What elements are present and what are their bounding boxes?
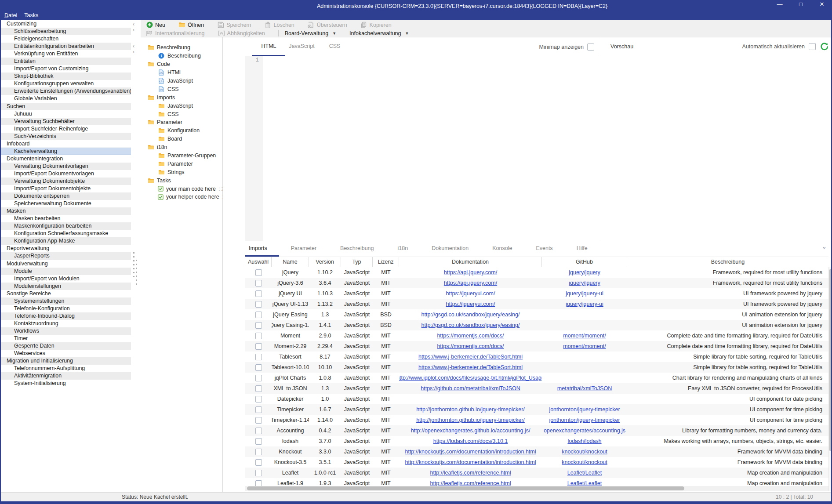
tree-item-strings[interactable]: Strings: [141, 168, 222, 176]
tree-item-parameter[interactable]: Parameter: [141, 118, 222, 127]
sidebar-item-import-export-von-customizing[interactable]: Import/Export von Customizing: [1, 65, 131, 73]
sidebar-item-verwaltung-dokumentobjekte[interactable]: Verwaltung Dokumentobjekte: [1, 178, 131, 185]
tree-item-css[interactable]: </>CSS: [141, 85, 222, 93]
code-editor[interactable]: 1: [223, 56, 598, 241]
row-checkbox[interactable]: [255, 449, 262, 455]
sidebar-item-module[interactable]: Module: [1, 268, 131, 275]
sidebar-item-erweiterte-einstellungen-anwendungsvariablen-[interactable]: Erweiterte Einstellungen (Anwendungsvari…: [1, 87, 131, 95]
sidebar-item-moduleinstellungen[interactable]: Moduleinstellungen: [1, 283, 131, 290]
table-row-jquery-easing[interactable]: jQuery Easing1.3JavaScriptBSDhttp://gsgd…: [245, 309, 828, 320]
toolbar-button-neu[interactable]: Neu: [146, 22, 165, 28]
documentation-link[interactable]: http://leafletjs.com/reference.html: [430, 480, 511, 486]
sidebar-item-suchen[interactable]: Suchen: [1, 103, 131, 110]
table-row-jquery-ui-1.13[interactable]: jQuery UI-1.131.13.2JavaScriptMIThttps:/…: [245, 299, 828, 309]
bottom-tab-konsole[interactable]: Konsole: [480, 241, 524, 257]
sidebar-item-import-export-dokumentobjekte[interactable]: Import/Export Dokumentobjekte: [1, 185, 131, 192]
sidebar-item-sonstige-bereiche[interactable]: Sonstige Bereiche: [1, 290, 131, 297]
tree-item-javascript[interactable]: </>JavaScript: [141, 77, 222, 85]
documentation-link[interactable]: https://momentjs.com/docs/: [437, 343, 504, 349]
row-checkbox[interactable]: [255, 417, 262, 424]
documentation-link[interactable]: https://momentjs.com/docs/: [437, 333, 504, 339]
collapse-left-icon[interactable]: ‹: [133, 22, 134, 26]
documentation-link[interactable]: https://api.jquery.com/: [444, 280, 497, 286]
sidebar-item-import-suchfelder-reihenfolge[interactable]: Import Suchfelder-Reihenfolge: [1, 125, 131, 133]
bottom-tab-events[interactable]: Events: [524, 241, 564, 257]
vertical-scrollbar[interactable]: [828, 267, 832, 491]
sidebar-item-telefonnummern-aufsplittung[interactable]: Telefonnummern-Aufsplittung: [1, 365, 131, 372]
documentation-link[interactable]: https://www.j-berkemeier.de/TableSort.ht…: [418, 354, 523, 360]
table-row-jquery-ui[interactable]: jQuery UI1.10.3JavaScriptMIThttps://jque…: [245, 288, 828, 299]
bottom-tab-i18n[interactable]: i18n: [386, 241, 420, 257]
sidebar-item-maskenkonfiguration-bearbeiten[interactable]: Maskenkonfiguration bearbeiten: [1, 222, 131, 230]
tree-item-javascript[interactable]: JavaScript: [141, 102, 222, 110]
table-row-moment-2.29[interactable]: Moment-2.292.29.4JavaScriptMIThttps://mo…: [245, 341, 828, 352]
row-checkbox[interactable]: [255, 343, 262, 350]
row-checkbox[interactable]: [255, 375, 262, 381]
sidebar-item-aktivitätenmigration[interactable]: Aktivitätenmigration: [1, 372, 131, 380]
table-row-jquery-3.6[interactable]: jQuery-3.63.6.4JavaScriptMIThttps://api.…: [245, 278, 828, 288]
sidebar-item-verknüpfung-von-entitäten[interactable]: Verknüpfung von Entitäten: [1, 50, 131, 58]
sidebar-item-globale-variablen[interactable]: Globale Variablen: [1, 95, 131, 102]
github-link[interactable]: Leaflet/Leaflet: [567, 470, 602, 476]
table-row-jquery[interactable]: jQuery1.10.2JavaScriptMIThttps://api.jqu…: [245, 267, 828, 278]
sidebar-item-jasperreports[interactable]: JasperReports: [1, 252, 131, 260]
github-link[interactable]: jquery/jquery: [569, 280, 600, 286]
table-row-timepicker[interactable]: Timepicker1.6.7JavaScriptMIThttp://jonth…: [245, 404, 828, 415]
documentation-link[interactable]: https://github.com/metatribal/xmlToJSON: [421, 385, 520, 392]
documentation-link[interactable]: https://lodash.com/docs/3.10.1: [433, 438, 508, 444]
sidebar-item-webservices[interactable]: Webservices: [1, 350, 131, 357]
sidebar-item-konfiguration-schnellerfassungsmaske[interactable]: Konfiguration Schnellerfassungsmaske: [1, 230, 131, 237]
row-checkbox[interactable]: [255, 312, 262, 318]
row-checkbox[interactable]: [255, 280, 262, 286]
auto-refresh-checkbox[interactable]: [809, 43, 816, 50]
table-row-tablesort[interactable]: Tablesort8.17JavaScriptMIThttps://www.j-…: [245, 352, 828, 362]
row-checkbox[interactable]: [255, 480, 262, 486]
editor-tab-css[interactable]: CSS: [318, 37, 351, 56]
sidebar-item-infoboard[interactable]: Infoboard: [1, 140, 131, 148]
table-row-jqplot-charts[interactable]: jqPlot Charts1.0.8JavaScriptMIThttp://ww…: [245, 373, 828, 383]
tree-item-css[interactable]: CSS: [141, 110, 222, 118]
row-checkbox[interactable]: [255, 459, 262, 466]
github-link[interactable]: moment/moment/: [563, 343, 606, 349]
sidebar-item-import-export-dokumentvorlagen[interactable]: Import/Export Dokumentvorlagen: [1, 170, 131, 178]
sidebar-item-schlüsselbearbeitung[interactable]: Schlüsselbearbeitung: [1, 28, 131, 35]
documentation-link[interactable]: http://gsgd.co.uk/sandbox/jquery/easing/: [421, 312, 520, 318]
row-checkbox[interactable]: [255, 438, 262, 445]
splitter-grip[interactable]: [133, 252, 134, 279]
table-row-lodash[interactable]: lodash3.7.0JavaScriptMIThttps://lodash.c…: [245, 436, 828, 446]
tree-item-konfiguration[interactable]: Konfiguration: [141, 127, 222, 135]
refresh-icon[interactable]: [820, 42, 828, 51]
sidebar-item-masken-bearbeiten[interactable]: Masken bearbeiten: [1, 215, 131, 222]
table-row-xml-to-json[interactable]: XML to JSON1.3JavaScriptMIThttps://githu…: [245, 383, 828, 394]
table-row-tablesort-10.10[interactable]: Tablesort-10.1010.10JavaScriptMIThttps:/…: [245, 362, 828, 373]
sidebar-item-kontaktzuordnung[interactable]: Kontaktzuordnung: [1, 320, 131, 327]
sidebar-splitter[interactable]: ‹ › ‹ ›: [131, 20, 141, 492]
sidebar-item-migration-und-initialisierung[interactable]: Migration und Initialisierung: [1, 357, 131, 365]
sidebar-item-telefonie-konfiguration[interactable]: Telefonie-Konfiguration: [1, 305, 131, 312]
row-checkbox[interactable]: [255, 428, 262, 434]
table-row-accounting[interactable]: Accounting0.4.2JavaScriptMIThttp://opene…: [245, 425, 828, 436]
bottom-tab-imports[interactable]: Imports: [245, 241, 279, 257]
row-checkbox[interactable]: [255, 470, 262, 476]
sidebar-item-modulverwaltung[interactable]: Modulverwaltung: [1, 260, 131, 268]
documentation-link[interactable]: http://openexchangerates.github.io/accou…: [411, 428, 530, 434]
minimap-checkbox[interactable]: [587, 44, 594, 51]
bottom-tab-parameter[interactable]: Parameter: [279, 241, 328, 257]
toolbar-button-infokachelverwaltung[interactable]: Infokachelverwaltung▼: [349, 30, 409, 36]
row-checkbox[interactable]: [255, 301, 262, 308]
table-row-knockout[interactable]: Knockout3.3.0JavaScriptMIThttp://knockou…: [245, 446, 828, 457]
tree-item-beschreibung[interactable]: iBeschreibung: [141, 52, 222, 60]
bottom-tab-dokumentation[interactable]: Dokumentation: [420, 241, 480, 257]
sidebar-item-dokumente-entsperren[interactable]: Dokumente entsperren: [1, 192, 131, 200]
documentation-link[interactable]: http://jonthornton.github.io/jquery-time…: [416, 406, 525, 413]
sidebar-item-workflows[interactable]: Workflows: [1, 327, 131, 335]
minimize-icon[interactable]: —: [775, 1, 785, 7]
horizontal-scrollbar[interactable]: [245, 486, 828, 491]
github-link[interactable]: metatribal/xmlToJSON: [557, 385, 612, 392]
table-row-leaflet[interactable]: Leaflet1.0.0-rc1JavaScriptMIThttp://leaf…: [245, 468, 828, 478]
table-row-datepicker[interactable]: Datepicker1.0JavaScriptMITUI component f…: [245, 394, 828, 404]
table-row-timepicker-1.14[interactable]: Timepicker-1.141.14.0JavaScriptMIThttp:/…: [245, 415, 828, 425]
sidebar-item-entitätenkonfiguration-bearbeiten[interactable]: Entitätenkonfiguration bearbeiten: [1, 43, 131, 50]
maximize-icon[interactable]: □: [796, 1, 806, 7]
github-link[interactable]: openexchangerates/accounting.js: [544, 428, 625, 434]
